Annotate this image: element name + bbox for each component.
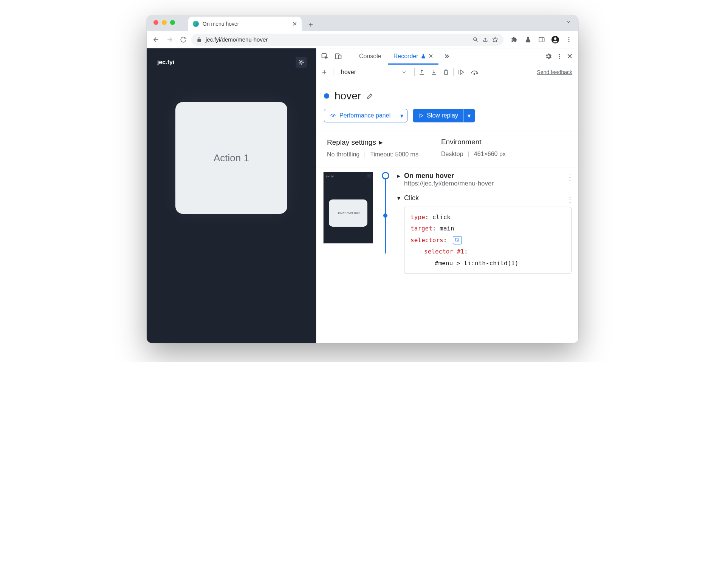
tab-recorder[interactable]: Recorder ✕	[388, 48, 438, 64]
card-text: Action 1	[214, 152, 249, 164]
record-indicator	[324, 93, 329, 99]
export-icon[interactable]	[418, 69, 425, 76]
tab-console[interactable]: Console	[354, 48, 387, 64]
svg-line-19	[303, 64, 303, 64]
step-play-icon[interactable]	[457, 69, 465, 76]
slow-replay-button[interactable]: Slow replay ▾	[413, 109, 475, 122]
env-device: Desktop	[441, 151, 463, 158]
browser-window: On menu hover ✕ ＋ jec.fyi/demo/menu-hove…	[147, 15, 578, 343]
settings-icon[interactable]	[545, 53, 552, 60]
play-icon	[418, 113, 424, 118]
step-menu-icon[interactable]: ⋮	[566, 195, 574, 204]
svg-marker-5	[493, 37, 497, 42]
favicon	[193, 21, 199, 27]
throttling-value: No throttling	[327, 151, 359, 158]
environment-header: Environment	[441, 138, 506, 146]
svg-line-18	[299, 60, 300, 61]
devtools-panel: Console Recorder ✕ ✕ ＋ hover	[316, 48, 578, 343]
env-dims: 461×660 px	[474, 151, 506, 158]
maximize-window[interactable]	[170, 20, 175, 25]
perf-dropdown[interactable]: ▾	[396, 109, 407, 122]
delete-icon[interactable]	[443, 69, 449, 76]
more-tabs-icon[interactable]	[440, 50, 452, 62]
step-url: https://jec.fyi/demo/menu-hover	[404, 180, 572, 187]
pin-icon	[421, 54, 426, 59]
tab-title: On menu hover	[203, 21, 239, 27]
labs-icon[interactable]	[522, 34, 534, 45]
demo-card[interactable]: Action 1	[175, 102, 287, 214]
svg-point-13	[300, 61, 302, 63]
lock-icon	[197, 37, 202, 42]
performance-panel-button[interactable]: Performance panel ▾	[324, 109, 407, 122]
recording-title: hover	[335, 90, 361, 102]
browser-tab[interactable]: On menu hover ✕	[188, 17, 302, 31]
recording-selector[interactable]: hover	[337, 69, 410, 76]
svg-rect-6	[539, 37, 544, 42]
devtools-tabs: Console Recorder ✕ ✕	[316, 48, 578, 64]
svg-point-11	[568, 39, 570, 40]
chevron-right-icon: ▸	[379, 138, 383, 147]
svg-point-10	[568, 37, 570, 38]
edit-title-icon[interactable]	[366, 92, 374, 100]
close-devtools-icon[interactable]: ✕	[567, 52, 573, 61]
theme-toggle[interactable]	[296, 57, 307, 68]
recorder-toolbar: ＋ hover Send feedback	[316, 64, 578, 80]
profile-icon[interactable]	[550, 34, 561, 45]
svg-rect-24	[339, 55, 341, 59]
new-tab-button[interactable]: ＋	[305, 19, 316, 29]
svg-point-30	[474, 73, 475, 74]
share-icon[interactable]	[482, 37, 488, 43]
step-over-icon[interactable]	[470, 69, 479, 76]
timeout-value: Timeout: 5000 ms	[370, 151, 418, 158]
svg-point-32	[333, 116, 333, 116]
titlebar: On menu hover ✕ ＋	[147, 15, 578, 31]
close-tab-icon[interactable]: ✕	[292, 20, 297, 28]
timeline	[380, 172, 390, 281]
svg-point-9	[554, 37, 556, 40]
close-tab-x-icon[interactable]: ✕	[428, 53, 433, 60]
site-brand: jec.fyi	[157, 59, 305, 66]
collapse-icon[interactable]: ▾	[397, 195, 400, 202]
url-text: jec.fyi/demo/menu-hover	[206, 36, 268, 43]
gauge-icon	[330, 112, 336, 119]
svg-point-26	[559, 56, 560, 57]
side-panel-icon[interactable]	[536, 34, 547, 45]
replay-settings-header[interactable]: Replay settings ▸	[327, 138, 418, 147]
back-button[interactable]	[150, 34, 162, 45]
star-icon[interactable]	[492, 37, 498, 43]
svg-point-12	[568, 41, 570, 42]
step-menu-icon[interactable]: ⋮	[566, 173, 574, 182]
svg-point-27	[559, 57, 560, 59]
import-icon[interactable]	[431, 69, 437, 76]
svg-line-4	[476, 40, 478, 42]
browser-toolbar: jec.fyi/demo/menu-hover	[147, 31, 578, 48]
pick-selector-icon[interactable]	[453, 236, 462, 244]
rendered-page: jec.fyi Action 1	[147, 48, 316, 343]
svg-point-25	[559, 54, 560, 55]
extensions-icon[interactable]	[509, 34, 520, 45]
tabs-dropdown-icon[interactable]	[565, 19, 572, 25]
send-feedback-link[interactable]: Send feedback	[537, 69, 575, 75]
omnibox[interactable]: jec.fyi/demo/menu-hover	[191, 34, 503, 46]
new-recording-button[interactable]: ＋	[319, 67, 329, 77]
kebab-icon[interactable]	[556, 53, 563, 60]
menu-icon[interactable]	[563, 34, 575, 45]
step-thumbnail: jec.fyi Hover over me!	[323, 172, 373, 244]
forward-button[interactable]	[164, 34, 175, 45]
expand-icon[interactable]: ▸	[397, 172, 400, 179]
step-navigate[interactable]: ▸ On menu hover https://jec.fyi/demo/men…	[397, 172, 572, 187]
svg-marker-33	[420, 114, 423, 117]
close-window[interactable]	[153, 20, 158, 25]
zoom-icon[interactable]	[472, 37, 479, 43]
step-details: type: click target: main selectors: sele…	[404, 207, 572, 274]
inspect-icon[interactable]	[319, 50, 331, 62]
replay-dropdown[interactable]: ▾	[463, 109, 475, 122]
svg-line-21	[303, 60, 303, 61]
minimize-window[interactable]	[162, 20, 167, 25]
reload-button[interactable]	[178, 34, 189, 45]
window-controls	[153, 20, 175, 25]
chevron-down-icon	[401, 70, 407, 75]
step-click[interactable]: ▾ Click ⋮ type: click target: main selec…	[397, 194, 572, 274]
svg-line-20	[299, 64, 300, 64]
device-toggle-icon[interactable]	[332, 50, 344, 62]
